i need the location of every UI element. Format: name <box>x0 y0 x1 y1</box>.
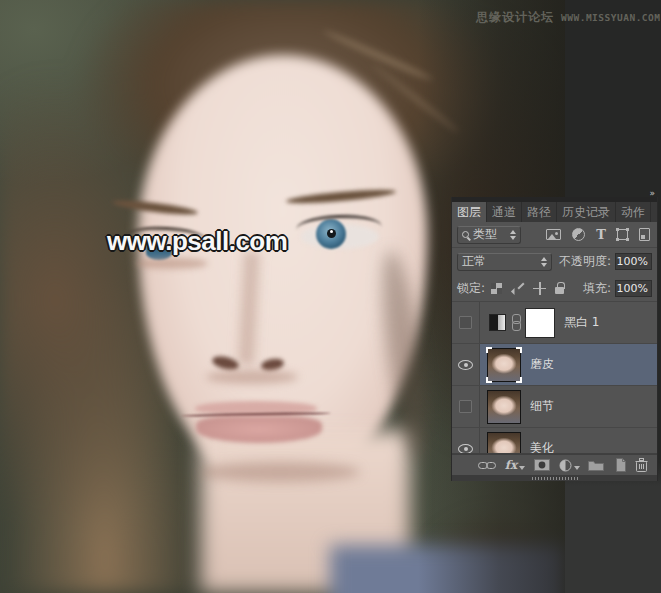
filter-type-layers-icon[interactable]: T <box>596 228 606 241</box>
portrait-lower-lip <box>196 416 322 443</box>
layer-thumbnail[interactable] <box>487 348 521 382</box>
forum-watermark-url: WWW.MISSYUAN.COM <box>561 12 661 23</box>
dropdown-caret-icon <box>574 466 580 470</box>
visibility-cell[interactable] <box>452 344 480 385</box>
new-layer-icon[interactable] <box>613 458 626 472</box>
fill-input[interactable]: 100% <box>615 280 652 297</box>
black-white-adjustment-icon[interactable] <box>489 314 506 331</box>
panel-header-strip: » <box>452 197 657 202</box>
layer-thumbnail[interactable] <box>487 390 521 424</box>
layer-name[interactable]: 美化 <box>530 440 554 454</box>
link-layers-icon[interactable] <box>478 461 496 470</box>
opacity-label: 不透明度: <box>559 253 611 270</box>
fill-label: 填充: <box>583 280 611 297</box>
collapse-panel-icon[interactable]: » <box>649 189 655 198</box>
layer-row-beautify[interactable]: 美化 <box>452 428 657 454</box>
lock-label: 锁定: <box>457 280 485 297</box>
layer-row-detail[interactable]: 细节 <box>452 386 657 428</box>
visibility-empty-box[interactable] <box>459 316 472 329</box>
layer-row-black-white[interactable]: 黑白 1 <box>452 302 657 344</box>
visibility-cell[interactable] <box>452 302 480 343</box>
search-icon <box>462 231 469 238</box>
portrait-nose-base-shadow <box>206 370 298 384</box>
lock-position-icon[interactable] <box>533 282 546 295</box>
layer-thumbnail[interactable] <box>487 432 521 455</box>
delete-layer-icon[interactable] <box>635 458 648 472</box>
new-adjustment-layer-icon[interactable] <box>559 459 580 472</box>
grip-dots-icon <box>532 477 578 480</box>
filter-adjustment-layers-icon[interactable] <box>572 228 585 241</box>
layer-name[interactable]: 磨皮 <box>530 356 554 373</box>
layer-mask-thumbnail[interactable] <box>525 308 555 338</box>
visibility-cell[interactable] <box>452 428 480 454</box>
forum-watermark-cn: 思缘设计论坛 <box>476 9 554 26</box>
layers-list: 黑白 1 磨皮 细节 <box>452 302 657 454</box>
filter-icons: T <box>546 228 650 241</box>
eye-icon[interactable] <box>458 444 473 454</box>
blend-mode-row: 正常 不透明度: 100% <box>452 248 657 275</box>
panel-tab-bar: 图层 通道 路径 历史记录 动作 <box>452 202 657 222</box>
add-layer-mask-icon[interactable] <box>534 459 550 471</box>
layer-filter-row: 类型 T <box>452 222 657 248</box>
blend-mode-select[interactable]: 正常 <box>457 253 552 271</box>
filter-shape-layers-icon[interactable] <box>617 229 628 240</box>
lock-icons <box>491 282 564 295</box>
filter-pixel-layers-icon[interactable] <box>546 229 561 240</box>
lock-row: 锁定: 填充: 100% <box>452 275 657 302</box>
filter-kind-label: 类型 <box>473 226 497 243</box>
portrait-chin-shadow <box>200 462 360 482</box>
layer-name[interactable]: 黑白 1 <box>564 314 599 331</box>
filter-smart-objects-icon[interactable] <box>639 228 650 241</box>
panel-resize-grip[interactable] <box>452 475 657 481</box>
selected-thumbnail-corners <box>486 347 522 383</box>
lock-all-icon[interactable] <box>555 282 564 294</box>
center-watermark: www.psall.com <box>107 226 287 257</box>
portrait-undereye-left <box>136 258 208 269</box>
mask-link-icon[interactable] <box>511 314 520 331</box>
new-group-icon[interactable] <box>588 459 604 471</box>
tab-history[interactable]: 历史记录 <box>557 202 616 222</box>
lock-transparent-pixels-icon[interactable] <box>491 283 502 294</box>
tab-paths[interactable]: 路径 <box>522 202 557 222</box>
layer-styles-icon[interactable]: fx <box>505 458 525 472</box>
visibility-cell[interactable] <box>452 386 480 427</box>
eye-icon[interactable] <box>458 360 473 370</box>
photoshop-workspace: 思缘设计论坛 WWW.MISSYUAN.COM www.psall.com » … <box>0 0 661 593</box>
forum-watermark: 思缘设计论坛 WWW.MISSYUAN.COM <box>476 9 661 26</box>
lock-image-pixels-icon[interactable] <box>511 282 524 295</box>
layer-row-smoothing[interactable]: 磨皮 <box>452 344 657 386</box>
layers-panel-footer: fx <box>452 454 657 475</box>
tab-layers[interactable]: 图层 <box>452 202 487 222</box>
dropdown-caret-icon <box>519 466 525 470</box>
visibility-empty-box[interactable] <box>459 400 472 413</box>
layers-panel: » 图层 通道 路径 历史记录 动作 类型 T <box>452 197 657 481</box>
select-arrows-icon <box>541 257 547 267</box>
select-arrows-icon <box>510 230 516 240</box>
blend-mode-value: 正常 <box>462 253 486 270</box>
layer-name[interactable]: 细节 <box>530 398 554 415</box>
filter-kind-select[interactable]: 类型 <box>457 226 521 244</box>
tab-channels[interactable]: 通道 <box>487 202 522 222</box>
opacity-input[interactable]: 100% <box>615 253 652 270</box>
tab-actions[interactable]: 动作 <box>616 202 651 222</box>
